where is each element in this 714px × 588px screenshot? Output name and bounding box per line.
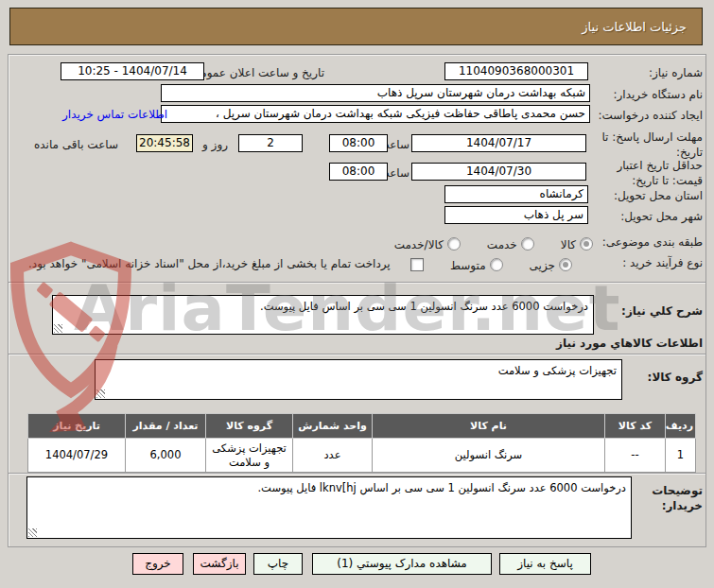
cell-unit: عدد — [293, 439, 373, 473]
treasury-checkbox-label: پرداخت تمام یا بخشی از مبلغ خرید،از محل … — [28, 257, 420, 270]
radio-goods-service-label: کالا/خدمت — [394, 238, 444, 251]
back-button[interactable]: بازگشت — [193, 553, 246, 575]
delivery-province-field[interactable]: کرمانشاه — [444, 185, 588, 203]
announce-datetime-field[interactable]: 1404/07/14 - 10:25 — [61, 62, 204, 80]
col-unit: واحد شمارش — [293, 414, 373, 439]
reply-deadline-date-field[interactable]: 1404/07/17 — [411, 134, 586, 152]
radio-goods[interactable] — [580, 237, 593, 251]
buyer-org-label: نام دستگاه خریدار: — [614, 88, 704, 101]
col-name: نام کالا — [373, 414, 605, 439]
exit-button[interactable]: خروج — [132, 553, 183, 575]
general-need-textarea[interactable]: درخواست 6000 عدد سرنگ انسولین 1 سی سی بر… — [52, 295, 594, 335]
classification-options: کالاخدمتکالا/خدمت — [394, 234, 593, 252]
radio-goods-service[interactable] — [447, 237, 461, 251]
delivery-province-label: استان محل تحویل: — [614, 189, 703, 202]
delivery-city-field[interactable]: سر پل ذهاب — [444, 206, 588, 224]
cell-code: -- — [605, 439, 666, 473]
section-divider — [9, 282, 705, 284]
need-number-field[interactable]: 1104090368000301 — [444, 62, 588, 80]
items-table: ردیف کد کالا نام کالا واحد شمارش گروه کا… — [27, 413, 696, 473]
table-header-row: ردیف کد کالا نام کالا واحد شمارش گروه کا… — [28, 414, 696, 439]
col-qty: تعداد / مقدار — [126, 414, 206, 439]
col-group: گروه کالا — [206, 414, 293, 439]
cell-need-date: 1404/07/29 — [28, 439, 126, 473]
hours-remaining-label: ساعت باقی مانده — [34, 138, 118, 151]
radio-service-label: خدمت — [487, 238, 517, 251]
reply-deadline-label: مهلت ارسال پاسخ: تا تاریخ: — [601, 130, 703, 160]
announce-datetime-label: تاریخ و ساعت اعلان عمومی: — [187, 66, 324, 79]
process-type-label: نوع فرآیند خرید : — [622, 256, 703, 269]
section-divider — [9, 354, 705, 355]
cell-name: سرنگ انسولین — [373, 439, 605, 473]
cell-qty: 6,000 — [126, 439, 206, 473]
buyer-org-field[interactable]: شبکه بهداشت درمان شهرستان سرپل ذهاب — [161, 84, 590, 102]
reply-deadline-time-field[interactable]: 08:00 — [329, 134, 388, 152]
price-validity-time-field[interactable]: 08:00 — [329, 163, 388, 181]
resize-grip-icon[interactable] — [96, 389, 105, 398]
radio-medium[interactable] — [490, 258, 503, 271]
page-title: جزئیات اطلاعات نیاز — [9, 8, 703, 45]
classification-label: طبقه بندی موضوعی: — [602, 235, 703, 249]
col-code: کد کالا — [605, 414, 666, 439]
section-divider — [9, 473, 705, 475]
reply-to-need-button[interactable]: پاسخ به نیاز — [499, 553, 591, 575]
resize-grip-icon[interactable] — [28, 528, 37, 537]
col-row-no: ردیف — [666, 414, 696, 439]
buyer-contact-link[interactable]: اطلاعات تماس خریدار — [62, 108, 167, 121]
buyer-notes-textarea[interactable]: درخواست 6000 عدد سرنگ انسولین 1 سی سی بر… — [26, 476, 632, 539]
resize-grip-icon[interactable] — [54, 324, 62, 333]
delivery-city-label: شهر محل تحویل: — [620, 210, 703, 223]
print-button[interactable]: چاپ — [253, 553, 303, 575]
process-type-options: جزییمتوسط — [410, 255, 572, 273]
request-creator-field[interactable]: حسن محمدی پاطاقی حفاظت فیزیکی شبکه بهداش… — [161, 105, 590, 123]
table-row: 1 -- سرنگ انسولین عدد تجهیزات پزشکی و سل… — [28, 439, 696, 473]
cell-row-no: 1 — [666, 439, 696, 473]
goods-group-label: گروه کالا: — [648, 371, 703, 384]
goods-group-textarea[interactable]: تجهیزات پزشکی و سلامت — [95, 359, 622, 400]
cell-group: تجهیزات پزشکی و سلامت — [206, 439, 293, 473]
days-and-label: روز و — [202, 138, 228, 151]
price-validity-label: حداقل تاریخ اعتبار قیمت: تا تاریخ: — [594, 159, 703, 188]
radio-medium-label: متوسط — [450, 259, 486, 272]
radio-service[interactable] — [521, 237, 534, 251]
price-validity-date-field[interactable]: 1404/07/30 — [411, 163, 586, 181]
view-attached-docs-button[interactable]: مشاهده مدارک پیوستي (1) — [312, 553, 492, 575]
remaining-days-field[interactable]: 2 — [238, 134, 303, 152]
general-need-label: شرح کلي نیاز: — [621, 304, 703, 318]
request-creator-label: ایجاد کننده درخواست: — [598, 109, 703, 122]
radio-partial[interactable] — [559, 258, 572, 271]
countdown-timer: 20:45:58 — [136, 134, 193, 152]
radio-partial-label: جزیی — [530, 259, 555, 272]
buyer-notes-label: توضیحات خریدار: — [636, 484, 703, 513]
goods-section-title: اطلاعات کالاهاي مورد نیاز — [556, 337, 703, 350]
col-need-date: تاریخ نیاز — [28, 414, 126, 439]
radio-goods-label: کالا — [561, 238, 576, 251]
need-number-label: شماره نیاز: — [649, 66, 703, 79]
